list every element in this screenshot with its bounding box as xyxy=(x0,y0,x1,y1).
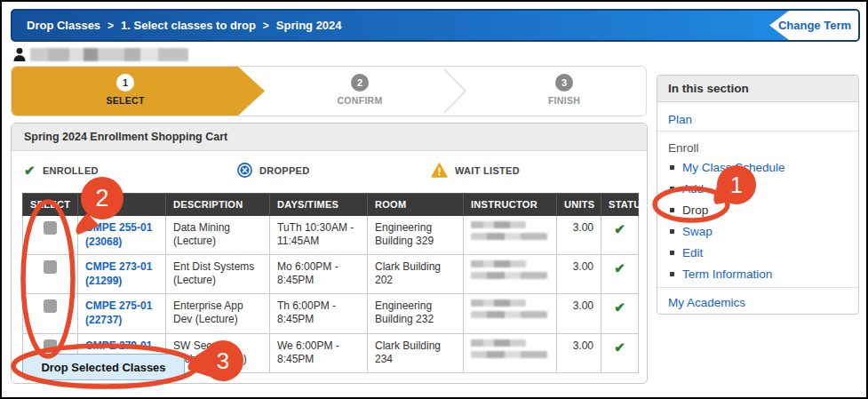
class-description: Enterprise App Dev (Lecture) xyxy=(166,294,270,333)
sidebar-item-edit[interactable]: Edit xyxy=(670,246,703,259)
circle-x-icon xyxy=(237,163,252,178)
class-description: Data Mining (Lecture) xyxy=(166,216,270,255)
class-link[interactable]: CMPE 255-01(23068) xyxy=(85,221,158,249)
class-units: 3.00 xyxy=(557,333,601,372)
table-row: CMPE 275-01(22737) Enterprise App Dev (L… xyxy=(23,294,639,333)
class-link[interactable]: CMPE 273-01(21299) xyxy=(85,260,158,288)
warning-triangle-icon xyxy=(431,163,448,178)
class-description: Ent Dist Systems (Lecture) xyxy=(166,255,270,294)
step-label: FINISH xyxy=(511,95,617,106)
bullet-icon xyxy=(670,208,674,212)
class-units: 3.00 xyxy=(557,255,601,294)
user-icon xyxy=(12,47,27,62)
col-class: CLASS xyxy=(78,194,166,216)
enrolled-check-icon: ✔ xyxy=(614,299,625,315)
sidebar-heading-enroll: Enroll xyxy=(668,141,699,155)
instructor-redacted xyxy=(464,255,557,294)
status-legend: ✔ ENROLLED DROPPED WAIT LISTED xyxy=(24,163,628,180)
class-days-times: TuTh 10:30AM - 11:45AM xyxy=(270,216,368,255)
col-days-times: DAYS/TIMES xyxy=(270,194,368,216)
instructor-redacted xyxy=(464,216,557,255)
step-finish: 3 FINISH xyxy=(511,74,617,106)
instructor-redacted xyxy=(464,294,557,333)
row-checkbox[interactable] xyxy=(44,339,57,353)
sidebar-item-my-academics[interactable]: My Academics xyxy=(668,296,745,309)
class-room: Clark Building 234 xyxy=(368,333,464,372)
step-number-badge: 2 xyxy=(351,74,369,92)
breadcrumb-item: 1. Select classes to drop xyxy=(121,19,256,32)
sidebar-title: In this section xyxy=(657,76,858,102)
change-term-arrow: Change Term xyxy=(769,11,858,40)
drop-selected-classes-button[interactable]: Drop Selected Classes xyxy=(22,354,185,380)
legend-waitlisted: WAIT LISTED xyxy=(431,163,520,178)
bullet-icon xyxy=(670,229,674,234)
shopping-cart-panel: Spring 2024 Enrollment Shopping Cart ✔ E… xyxy=(11,123,648,384)
in-this-section-panel: In this section Plan Enroll My Class Sch… xyxy=(657,75,859,315)
table-row: CMPE 273-01(21299) Ent Dist Systems (Lec… xyxy=(23,255,639,294)
class-units: 3.00 xyxy=(557,216,601,255)
step-wizard: 1 SELECT 2 CONFIRM 3 FINISH xyxy=(11,66,647,116)
breadcrumb-bar: Drop Classes > 1. Select classes to drop… xyxy=(11,9,860,42)
class-days-times: Mo 6:00PM - 8:45PM xyxy=(270,255,368,294)
table-row: CMPE 255-01(23068) Data Mining (Lecture)… xyxy=(23,216,639,255)
sidebar-item-my-class-schedule[interactable]: My Class Schedule xyxy=(670,161,785,174)
enrolled-check-icon: ✔ xyxy=(614,339,625,355)
col-status: STATUS xyxy=(601,194,639,216)
class-days-times: We 6:00PM - 8:45PM xyxy=(270,333,368,372)
col-room: ROOM xyxy=(368,194,464,216)
legend-label: ENROLLED xyxy=(43,165,99,176)
sidebar-item-add[interactable]: Add xyxy=(670,182,704,196)
row-checkbox[interactable] xyxy=(44,260,57,274)
change-term-button[interactable]: Change Term xyxy=(778,19,851,32)
bullet-icon xyxy=(670,272,674,276)
enrollment-cart-table: SELECT CLASS DESCRIPTION DAYS/TIMES ROOM… xyxy=(22,193,639,373)
step-confirm: 2 CONFIRM xyxy=(307,74,413,106)
class-room: Engineering Building 232 xyxy=(368,294,464,333)
user-name-redacted xyxy=(30,48,188,61)
class-units: 3.00 xyxy=(557,294,601,333)
class-link[interactable]: CMPE 275-01(22737) xyxy=(85,299,158,327)
row-checkbox[interactable] xyxy=(44,299,57,313)
divider xyxy=(657,287,858,288)
user-row xyxy=(12,46,188,62)
sidebar-item-plan[interactable]: Plan xyxy=(668,113,692,126)
step-label: SELECT xyxy=(72,95,179,106)
table-header-row: SELECT CLASS DESCRIPTION DAYS/TIMES ROOM… xyxy=(23,194,639,216)
col-description: DESCRIPTION xyxy=(166,194,270,216)
breadcrumb-item: Drop Classes xyxy=(27,19,100,32)
class-days-times: Th 6:00PM - 8:45PM xyxy=(270,294,368,333)
breadcrumb-item: Spring 2024 xyxy=(276,19,342,32)
breadcrumb-separator: > xyxy=(108,20,114,32)
enrolled-check-icon: ✔ xyxy=(614,221,625,236)
step-select: 1 SELECT xyxy=(72,74,179,106)
col-select: SELECT xyxy=(23,194,78,216)
enrolled-check-icon: ✔ xyxy=(614,260,625,275)
class-room: Engineering Building 329 xyxy=(368,216,464,255)
step-number-badge: 1 xyxy=(116,74,134,92)
cart-title: Spring 2024 Enrollment Shopping Cart xyxy=(12,124,647,151)
step-label: CONFIRM xyxy=(307,95,413,106)
legend-label: DROPPED xyxy=(259,165,310,176)
bullet-icon xyxy=(670,251,674,255)
breadcrumb-separator: > xyxy=(263,20,269,32)
legend-enrolled: ✔ ENROLLED xyxy=(24,163,99,179)
sidebar-item-swap[interactable]: Swap xyxy=(670,225,713,238)
page-frame: Drop Classes > 1. Select classes to drop… xyxy=(0,0,868,399)
bullet-icon xyxy=(670,165,674,170)
sidebar-item-term-information[interactable]: Term Information xyxy=(670,267,772,281)
sidebar-item-drop[interactable]: Drop xyxy=(670,203,708,217)
step-number-badge: 3 xyxy=(555,74,573,92)
class-room: Clark Building 202 xyxy=(368,255,464,294)
col-instructor: INSTRUCTOR xyxy=(464,194,557,216)
instructor-redacted xyxy=(464,333,557,372)
divider xyxy=(657,131,858,132)
bullet-icon xyxy=(670,187,674,191)
check-icon: ✔ xyxy=(24,163,36,179)
col-units: UNITS xyxy=(557,194,601,216)
breadcrumb: Drop Classes > 1. Select classes to drop… xyxy=(27,11,342,40)
legend-label: WAIT LISTED xyxy=(455,165,520,176)
row-checkbox[interactable] xyxy=(44,221,57,235)
legend-dropped: DROPPED xyxy=(237,163,310,178)
